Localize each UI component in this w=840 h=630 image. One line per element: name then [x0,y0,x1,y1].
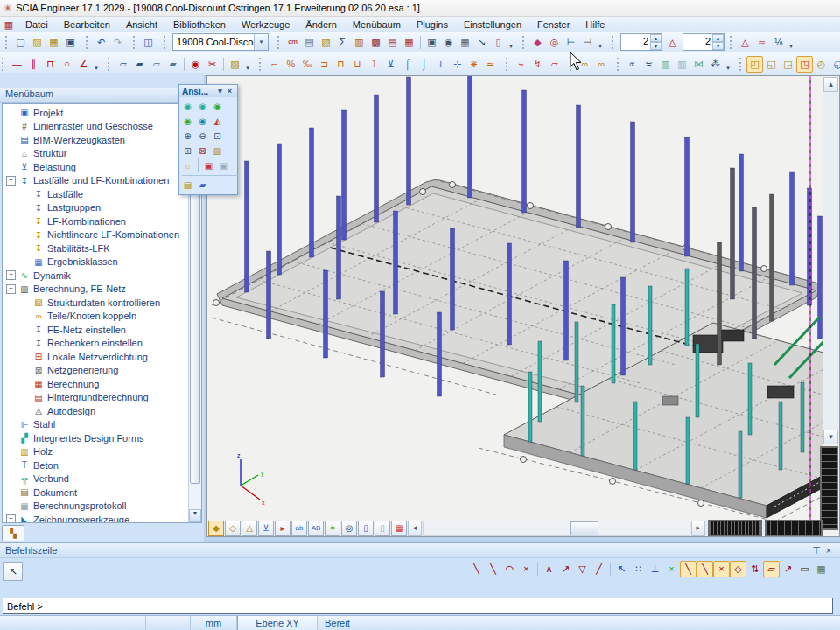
snap-arc-icon[interactable]: ◠ [501,561,518,578]
new-file-icon[interactable]: ▢ [12,34,29,51]
palette-close-icon[interactable]: × [225,87,234,95]
column-member[interactable] [696,344,699,417]
column-member[interactable] [738,431,742,498]
column-member[interactable] [790,172,794,285]
copy-multi-icon[interactable]: ▰ [131,56,148,73]
document-icon[interactable]: ▯ [490,34,507,51]
toolbar-overflow-icon[interactable]: ▾ [787,35,795,50]
column-member[interactable] [324,270,328,358]
combo-dropdown-icon[interactable]: ▾ [254,34,268,50]
open-file-icon[interactable]: ▨ [29,34,46,51]
solver-icon[interactable]: ▤ [384,34,401,51]
column-member[interactable] [381,291,385,377]
show-values-icon[interactable]: AB [308,521,324,536]
column-member[interactable] [407,77,411,205]
show-supports-icon[interactable]: △ [242,521,257,536]
table-composer-icon[interactable]: ▦ [457,34,473,51]
view-clock2-icon[interactable]: ◵ [830,56,840,73]
zoom-in-icon[interactable]: ⊕ [180,129,195,144]
panel-close-icon[interactable]: × [822,545,835,556]
column-member[interactable] [686,417,690,484]
palette-title-bar[interactable]: Ansi... ▾ × [179,85,237,97]
render-solid-icon[interactable]: ◆ [208,521,224,536]
tree-item-ergebnisklassen[interactable]: ▦Ergebnisklassen [3,256,189,270]
menu--ndern[interactable]: Ändern [298,18,344,32]
column-member[interactable] [394,211,398,314]
column-member[interactable] [374,94,379,222]
tree-item-strukturdaten[interactable]: ▧Strukturdaten kontrollieren [3,296,189,310]
search-model-icon[interactable]: ◎ [341,521,357,536]
column-member[interactable] [267,251,271,339]
snap-segment-icon[interactable]: ╱ [591,561,607,578]
column-member[interactable] [581,386,584,456]
menu-datei[interactable]: Datei [18,18,56,32]
snap-line2-icon[interactable]: ╲ [485,561,501,578]
track-cursor-icon[interactable]: ↖ [613,561,630,578]
column-member[interactable] [731,168,735,299]
results-icon[interactable]: ▦ [401,34,417,51]
tree-item-holz[interactable]: ▥Holz [3,445,189,459]
tree-item-struktur[interactable]: ⌂Struktur [3,147,189,161]
menu-bibliotheken[interactable]: Bibliotheken [165,18,234,32]
clipboard-icon[interactable]: ▥ [351,34,368,51]
briefcase-icon[interactable]: ▧ [318,34,334,51]
spin-down-icon[interactable]: ▾ [650,42,662,50]
palette-collapse-icon[interactable]: ▾ [215,87,225,95]
view-parameters-icon[interactable]: ∞ [577,56,593,73]
toolbar-overflow-icon[interactable]: ▾ [92,57,101,72]
save-all-icon[interactable]: ▦ [46,34,62,51]
column-member[interactable] [575,322,578,402]
menu-plugins[interactable]: Plugins [409,18,456,32]
model-3d-view[interactable]: z x y [207,76,822,536]
zoom-selection-icon[interactable]: ⊠ [195,144,210,158]
move-icon[interactable]: ↯ [529,56,546,73]
redo-icon[interactable]: ↷ [109,34,126,51]
tree-item-beton[interactable]: TBeton [3,458,189,472]
zoom-doc-icon[interactable]: ◎ [546,34,563,51]
menu-ansicht[interactable]: Ansicht [118,18,165,32]
plate-icon[interactable]: ⊻ [382,56,399,73]
tendon-icon[interactable]: ≃ [482,56,499,73]
ruler-icon[interactable]: ▭ [796,561,813,578]
command-panel-header[interactable]: Befehlszeile ⊤ × [0,543,840,558]
column-member[interactable] [748,363,752,435]
menu-men-baum[interactable]: Menübaum [345,18,409,32]
sections-spinner[interactable]: 2 ▴▾ [682,33,724,51]
member-swap-icon[interactable]: ‰ [299,56,316,73]
menu-hilfe[interactable]: Hilfe [578,18,612,32]
tree-item-linienraster[interactable]: #Linienraster und Geschosse [3,120,189,134]
view-iso2-icon[interactable]: ◉ [195,99,210,114]
toolbar-overflow-icon[interactable]: ▾ [724,57,732,72]
column-member[interactable] [577,105,581,228]
dimension-line-icon[interactable]: ⊢ [563,34,579,51]
snap-ortho-icon[interactable]: ▱ [763,561,780,578]
rib-icon[interactable]: ⊺ [366,56,382,73]
paint-icon[interactable]: ◆ [529,34,546,51]
snap-angle-icon[interactable]: ∧ [541,561,557,578]
rotate-vertical-bar[interactable] [820,446,838,530]
tree-item-dynamik[interactable]: +∿Dynamik [3,269,189,283]
column-member[interactable] [685,269,689,346]
menu-werkzeuge[interactable]: Werkzeuge [234,18,298,32]
tree-item-teile-knoten[interactable]: ∞Teile/Knoten koppeln [3,310,189,324]
mirror-icon[interactable]: ⋈ [690,56,707,73]
undo-icon[interactable]: ↶ [93,34,109,51]
toolbar-overflow-icon[interactable]: ▾ [507,35,515,50]
snap-edge-icon[interactable]: ⇅ [746,561,763,578]
units-icon[interactable]: cm [284,34,301,51]
column-member[interactable] [634,402,637,470]
view-clock1-icon[interactable]: ◴ [813,56,830,73]
haunch-icon[interactable]: ⊓ [332,56,349,73]
column-member[interactable] [277,144,282,275]
clip-box-icon[interactable]: ▤ [180,178,195,192]
tab-menubaum[interactable]: ▚ [2,525,24,541]
opening-icon[interactable]: ⊔ [349,56,366,73]
column-member[interactable] [528,372,532,442]
status-plane[interactable]: Ebene XY [237,616,318,630]
column-member[interactable] [718,242,722,365]
hinge-icon[interactable]: ⊹ [449,56,466,73]
snap-axis-icon[interactable]: ⊥ [647,561,663,578]
snap-cross-icon[interactable]: × [518,561,535,578]
tree-item-bim-werkzeugkasten[interactable]: ▤BIM-Werkzeugkasten [3,133,189,147]
column-member[interactable] [451,228,455,330]
